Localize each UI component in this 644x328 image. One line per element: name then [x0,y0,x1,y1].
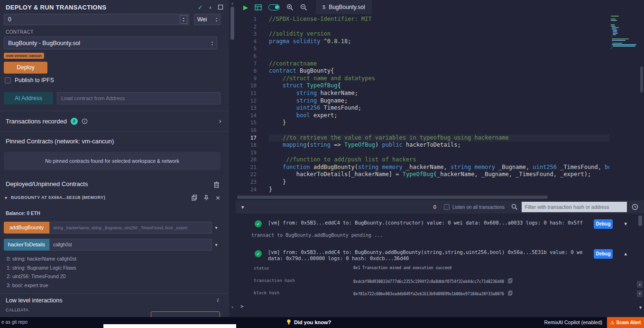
code-line[interactable]: //struct name and datatypes [269,75,609,83]
pin-icon[interactable] [203,195,209,201]
code-editor[interactable]: 123456789101112131415161718192021222324 … [236,14,644,200]
line-number: 13 [236,104,258,112]
editor-code[interactable]: //SPDX-License-Identifier: MIT//solidity… [269,16,609,193]
line-number: 1 [236,16,258,23]
code-line[interactable]: //SPDX-License-Identifier: MIT [269,16,609,23]
filter-input[interactable]: Filter with transaction hash or address [522,202,627,212]
did-you-know[interactable]: Did you know? [286,319,331,325]
code-line[interactable]: contract BugBounty{ [269,67,609,75]
info-icon[interactable]: i [217,297,219,304]
listen-checkbox[interactable] [444,204,450,210]
terminal-scroll-down-icon[interactable]: ▾ [639,305,642,310]
tab-bugbounty-sol[interactable]: $ BugBounty.sol [316,0,372,14]
collapse-log-icon[interactable]: ▴ [624,251,627,257]
code-line[interactable]: bool expert; [269,112,609,120]
collapse-icon[interactable]: ▾ [5,195,7,200]
minimap-line [613,46,635,47]
success-check-icon: ✓ [255,250,262,257]
scrollbar-thumb[interactable] [230,7,234,40]
trash-icon[interactable] [213,181,220,188]
value-input[interactable]: 0 ▴▾ [4,14,189,25]
editor-toggle[interactable] [268,4,280,10]
scroll-down-icon[interactable]: ▾ [229,305,236,309]
zoom-in-icon[interactable] [286,4,294,11]
balance-text: Balance: 0 ETH [6,211,40,216]
minimap-line [611,26,616,27]
at-address-button[interactable]: At Address [4,92,53,104]
clock-icon[interactable] [632,204,638,210]
code-line[interactable]: string hackerName; [269,90,609,97]
divider [0,293,229,294]
transactions-recorded-row[interactable]: Transactions recorded 2 › [6,114,221,128]
left-panel-scrollbar[interactable]: ▴ ▾ [229,0,236,317]
run-script-icon[interactable]: ▶ [243,4,248,11]
copy-icon[interactable] [508,278,513,284]
unit-select[interactable]: Wei ▴▾ [194,14,221,25]
calldata-label: CALLDATA [6,308,28,312]
code-line[interactable] [269,127,609,134]
code-line[interactable]: //function to add/push list of hackers [269,156,609,164]
code-line[interactable]: mapping(string => TypeOfBug) public hack… [269,141,609,149]
code-line[interactable]: //to retrieve the value of variables in … [269,134,609,142]
deployed-contract-header[interactable]: ▾ BUGBOUNTY AT 0X56A...5E31B (MEMORY) × [0,193,229,202]
grid-view-icon[interactable] [255,4,262,10]
tx-log-row[interactable]: ✓ [vm] from: 0x5B3...eddC4 to: BugBounty… [255,249,635,264]
zoom-out-icon[interactable] [300,4,307,11]
chevron-right-icon[interactable]: › [209,4,212,11]
copy-icon[interactable] [508,291,513,297]
add-bug-bounty-button[interactable]: addBugBounty [4,222,49,234]
code-line[interactable]: function addBugBounty(string memory _hac… [269,164,609,171]
terminal-scrollbar-thumb[interactable] [638,216,642,226]
debug-button[interactable]: Debug [594,219,613,229]
code-line[interactable]: //contractname [269,60,609,68]
code-line[interactable]: } [269,186,609,194]
bottom-white-strip [103,324,236,328]
code-line[interactable]: } [269,119,609,127]
info-icon[interactable] [82,118,88,124]
tx-log-row[interactable]: ✓ [vm] from: 0x5B3...eddC4 to: BugBounty… [255,219,635,231]
editor-hscrollbar-thumb[interactable] [237,196,548,199]
scroll-down-icon[interactable]: ▾ [637,291,643,297]
editor-vscrollbar-thumb[interactable] [640,66,643,93]
code-line[interactable]: //solidity version [269,30,609,38]
value-spinner[interactable]: ▴▾ [180,15,187,24]
panel-header: DEPLOY & RUN TRANSACTIONS ✓ › [0,0,229,14]
line-number: 9 [236,75,258,83]
expand-fn-icon[interactable]: ▾ [212,242,221,247]
minimap[interactable] [611,16,638,58]
chevron-right-icon[interactable]: › [219,117,221,125]
code-line[interactable]: hackerToDetails[_hackerName] = TypeOfBug… [269,171,609,178]
code-line[interactable] [269,23,609,31]
minimap-line [611,19,616,19]
code-line[interactable]: uint256 TimesFound; [269,104,609,112]
deploy-button[interactable]: Deploy [4,62,47,74]
copy-icon[interactable] [192,195,197,201]
code-line[interactable] [269,53,609,60]
popout-icon[interactable] [218,4,223,10]
terminal-collapse-icon[interactable]: ▾ [241,204,244,210]
scam-alert-button[interactable]: ⚠ Scam Alert [607,317,644,328]
expand-fn-icon[interactable]: ▾ [212,225,221,230]
code-line[interactable] [269,149,609,157]
copilot-status[interactable]: RemixAI Copilot (enabled) [544,319,602,325]
contract-select[interactable]: BugBounty - BugBounty.sol ▴▾ [4,37,217,49]
terminal-prompt[interactable]: > [240,303,244,309]
publish-ipfs-checkbox[interactable] [5,77,11,84]
search-icon[interactable] [511,204,518,210]
code-line[interactable]: struct TypeOfBug{ [269,82,609,90]
debug-button[interactable]: Debug [594,249,613,259]
check-icon[interactable]: ✓ [198,4,203,11]
hacker-to-details-button[interactable]: hackerToDetails [4,239,49,251]
at-address-input[interactable]: Load contract from Address [57,92,221,104]
code-line[interactable]: } [269,178,609,186]
code-line[interactable]: string Bugname; [269,97,609,105]
scroll-up-icon[interactable]: ▴ [637,281,643,288]
close-icon[interactable]: × [215,195,221,201]
add-bug-bounty-input[interactable]: string _hackerName, string _Bugname, uin… [49,222,212,234]
scroll-up-icon[interactable]: ▴ [229,1,236,5]
expand-log-icon[interactable]: ▾ [624,221,627,227]
code-line[interactable]: pragma solidity ^0.8.18; [269,38,609,46]
calldata-input[interactable] [151,311,220,317]
code-line[interactable] [269,45,609,53]
hacker-to-details-input[interactable]: callgh0st [49,239,212,251]
